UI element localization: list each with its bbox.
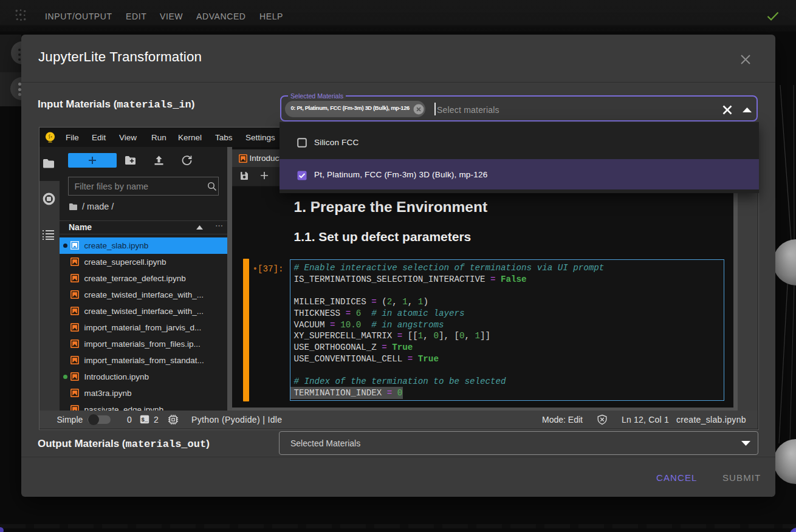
svg-text:$_: $_: [142, 417, 148, 423]
